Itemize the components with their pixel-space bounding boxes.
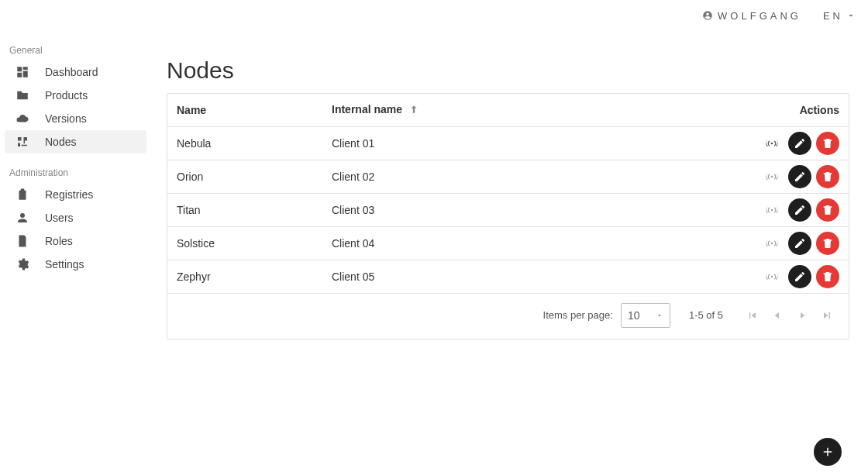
trash-icon [822,204,834,216]
provision-button[interactable] [760,198,784,222]
sidebar: General Dashboard Products Versions Node… [0,31,151,472]
prev-page-icon [771,308,784,322]
cell-actions [709,260,849,293]
cell-actions [709,160,849,193]
sidebar-item-nodes[interactable]: Nodes [5,130,146,153]
trash-icon [822,137,834,150]
sidebar-item-users[interactable]: Users [5,206,146,229]
pencil-icon [794,137,806,150]
pager [742,305,838,326]
sidebar-item-dashboard[interactable]: Dashboard [5,60,146,84]
account-icon [702,10,713,21]
column-header-name[interactable]: Name [167,94,322,126]
sidebar-item-label: Users [45,212,74,224]
items-per-page-value: 10 [628,309,640,322]
table-row: Solstice Client 04 [167,226,849,260]
sidebar-item-settings[interactable]: Settings [5,253,146,276]
next-page-icon [796,308,808,322]
last-page-button[interactable] [816,305,838,326]
language-selector[interactable]: EN [823,10,856,22]
broadcast-icon [766,171,778,183]
prev-page-button[interactable] [766,305,788,326]
delete-button[interactable] [816,132,839,155]
sidebar-item-label: Settings [45,258,84,270]
pencil-icon [794,270,806,283]
page-title: Nodes [167,57,849,84]
pagination-range: 1-5 of 5 [689,309,723,321]
items-per-page-label: Items per page: [543,309,613,321]
broadcast-icon [766,204,778,216]
column-header-internal[interactable]: Internal name [322,94,709,126]
sidebar-item-roles[interactable]: Roles [5,229,146,253]
delete-button[interactable] [816,232,839,255]
cloud-icon [16,112,29,126]
edit-button[interactable] [788,198,811,222]
nodes-icon [16,135,29,149]
user-icon [16,211,29,225]
role-icon [16,234,29,248]
table-footer: Items per page: 10 1-5 of 5 [167,294,849,339]
cell-name: Nebula [167,126,322,160]
pencil-icon [794,237,806,250]
user-chip[interactable]: WOLFGANG [702,10,801,22]
provision-button[interactable] [760,165,784,188]
sidebar-item-label: Dashboard [45,66,98,78]
language-label: EN [823,10,843,22]
sidebar-section-administration: Administration [0,161,151,183]
table-row: Nebula Client 01 [167,126,849,160]
folder-icon [16,88,29,102]
next-page-button[interactable] [791,305,813,326]
delete-button[interactable] [816,198,839,222]
topbar: WOLFGANG EN [0,0,868,31]
sidebar-item-label: Registries [45,188,93,201]
broadcast-icon [766,270,778,283]
items-per-page-select[interactable]: 10 [621,303,670,328]
pencil-icon [794,204,806,216]
provision-button[interactable] [760,265,784,288]
items-per-page: Items per page: 10 [543,303,670,328]
provision-button[interactable] [760,132,784,155]
cell-actions [709,126,849,160]
cell-internal: Client 04 [322,226,709,260]
nodes-table: Name Internal name Actions Nebula Client… [167,94,849,294]
cell-internal: Client 05 [322,260,709,293]
cell-actions [709,226,849,260]
sidebar-item-label: Roles [45,235,73,247]
first-page-button[interactable] [742,305,763,326]
sidebar-item-versions[interactable]: Versions [5,107,146,130]
delete-button[interactable] [816,265,839,288]
trash-icon [822,171,834,183]
edit-button[interactable] [788,165,811,188]
broadcast-icon [766,137,778,150]
main: Nodes Name Internal name Actions Nebula … [151,42,849,472]
cell-name: Titan [167,193,322,226]
cell-internal: Client 03 [322,193,709,226]
cell-internal: Client 02 [322,160,709,193]
table-header-row: Name Internal name Actions [167,94,849,126]
sort-ascending-icon [408,104,419,117]
sidebar-section-general: General [0,39,151,60]
edit-button[interactable] [788,132,811,155]
delete-button[interactable] [816,165,839,188]
sidebar-item-label: Nodes [45,136,76,148]
edit-button[interactable] [788,265,811,288]
trash-icon [822,237,834,250]
first-page-icon [746,308,759,322]
edit-button[interactable] [788,232,811,255]
provision-button[interactable] [760,232,784,255]
column-header-internal-label: Internal name [332,103,402,115]
clipboard-icon [16,188,29,202]
column-header-actions: Actions [709,94,849,126]
sidebar-item-products[interactable]: Products [5,84,146,107]
cell-actions [709,193,849,226]
sidebar-item-registries[interactable]: Registries [5,183,146,206]
add-node-button[interactable] [814,438,842,466]
table-row: Zephyr Client 05 [167,260,849,293]
chevron-down-icon [846,11,856,20]
trash-icon [822,270,834,283]
gear-icon [16,257,29,271]
chevron-down-icon [656,312,663,319]
broadcast-icon [766,237,778,250]
cell-name: Solstice [167,226,322,260]
plus-icon [821,445,835,459]
